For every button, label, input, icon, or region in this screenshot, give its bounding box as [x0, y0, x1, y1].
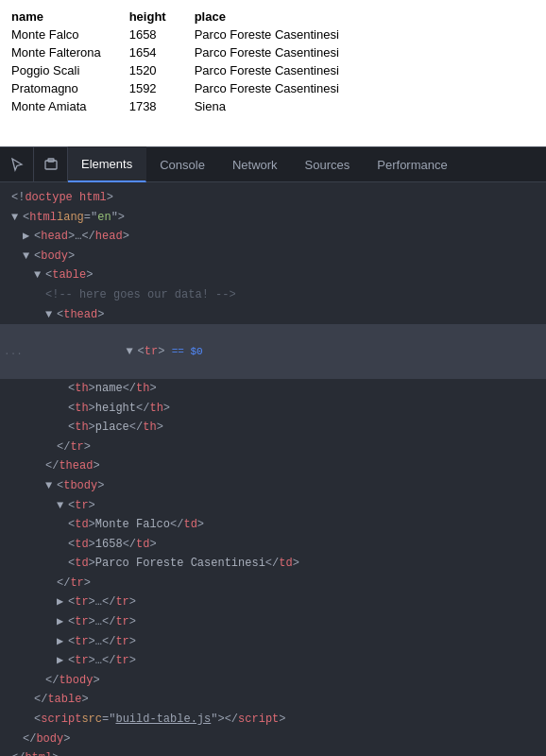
table-cell: 1654	[129, 43, 195, 61]
table-cell: Monte Falco	[11, 26, 129, 43]
code-body-open: ▼<body>	[0, 247, 546, 266]
col-header-place: place	[195, 8, 367, 26]
code-comment: <!-- here goes our data! -->	[0, 285, 546, 305]
table-cell: Pratomagno	[11, 79, 129, 97]
code-body-close: </body>	[0, 730, 546, 749]
col-header-height: height	[129, 8, 195, 26]
code-th-place: <th>place</th>	[0, 418, 546, 438]
code-tr-close: </tr>	[0, 438, 546, 457]
code-doctype: <!doctype html>	[0, 188, 546, 208]
devtools-toolbar: Elements Console Network Sources Perform…	[0, 146, 546, 182]
data-table: name height place Monte Falco1658Parco F…	[11, 8, 367, 115]
table-cell: 1520	[129, 61, 195, 79]
table-row: Monte Amiata1738Siena	[11, 97, 367, 115]
cursor-icon-btn[interactable]	[0, 146, 34, 182]
code-tr-collapsed-2[interactable]: ▶<tr>…</tr>	[0, 612, 546, 632]
table-row: Pratomagno1592Parco Foreste Casentinesi	[11, 79, 367, 97]
code-tbody-close: </tbody>	[0, 671, 546, 691]
devtools-tabs: Elements Console Network Sources Perform…	[68, 146, 546, 182]
table-cell: Monte Falterona	[11, 43, 129, 61]
code-td-parco: <td>Parco Foreste Casentinesi</td>	[0, 554, 546, 574]
table-cell: Siena	[195, 97, 367, 115]
table-row: Monte Falco1658Parco Foreste Casentinesi	[11, 26, 367, 43]
code-tr-collapsed-3[interactable]: ▶<tr>…</tr>	[0, 632, 546, 652]
code-tr-close-body: </tr>	[0, 574, 546, 593]
code-html-close: </html>	[0, 748, 546, 756]
code-tr-collapsed-4[interactable]: ▶<tr>…</tr>	[0, 651, 546, 671]
code-th-height: <th>height</th>	[0, 399, 546, 419]
tab-network[interactable]: Network	[219, 146, 292, 182]
code-td-monte-falco: <td>Monte Falco</td>	[0, 515, 546, 535]
tab-console[interactable]: Console	[146, 146, 219, 182]
table-cell: Parco Foreste Casentinesi	[195, 43, 367, 61]
code-script: <script src="build-table.js"></script>	[0, 710, 546, 730]
table-cell: 1592	[129, 79, 195, 97]
table-cell: Poggio Scali	[11, 61, 129, 79]
code-html-open: ▼<html lang="en">	[0, 208, 546, 228]
col-header-name: name	[11, 8, 129, 26]
code-thead-close: </thead>	[0, 456, 546, 476]
code-td-1658: <td>1658</td>	[0, 535, 546, 555]
table-row: Poggio Scali1520Parco Foreste Casentines…	[11, 61, 367, 79]
code-tr-highlight[interactable]: ... ▼<tr> == $0	[0, 324, 546, 379]
table-cell: Parco Foreste Casentinesi	[195, 79, 367, 97]
code-table-open: ▼<table>	[0, 266, 546, 285]
code-tr-collapsed-1[interactable]: ▶<tr>…</tr>	[0, 593, 546, 612]
table-preview-area: name height place Monte Falco1658Parco F…	[0, 0, 546, 146]
devtools-code-content: <!doctype html> ▼<html lang="en"> ▶<head…	[0, 182, 546, 756]
table-cell: Parco Foreste Casentinesi	[195, 61, 367, 79]
tab-sources[interactable]: Sources	[292, 146, 365, 182]
devtools-panel: Elements Console Network Sources Perform…	[0, 146, 546, 756]
table-cell: Monte Amiata	[11, 97, 129, 115]
table-cell: 1658	[129, 26, 195, 43]
tab-performance[interactable]: Performance	[364, 146, 461, 182]
tab-elements[interactable]: Elements	[68, 146, 146, 182]
table-cell: Parco Foreste Casentinesi	[195, 26, 367, 43]
code-thead-open: ▼<thead>	[0, 305, 546, 325]
box-icon-btn[interactable]	[34, 146, 68, 182]
table-cell: 1738	[129, 97, 195, 115]
table-row: Monte Falterona1654Parco Foreste Casenti…	[11, 43, 367, 61]
code-table-close: </table>	[0, 690, 546, 710]
code-tr-open: ▼<tr>	[0, 496, 546, 516]
code-tbody-open: ▼<tbody>	[0, 476, 546, 496]
code-head-collapsed[interactable]: ▶<head>…</head>	[0, 227, 546, 247]
code-th-name: <th>name</th>	[0, 379, 546, 399]
